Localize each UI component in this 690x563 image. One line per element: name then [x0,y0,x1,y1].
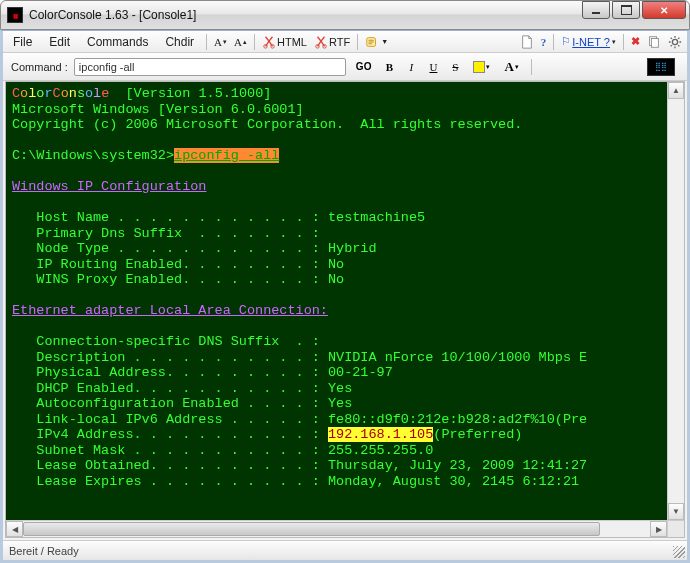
prompt-path: C:\Windows\system32> [12,148,174,163]
scroll-left-arrow[interactable]: ◀ [6,521,23,537]
maximize-button[interactable] [612,1,640,19]
console-line: Lease Obtained. . . . . . . . . . : [12,458,328,473]
console-line: Copyright (c) 2006 Microsoft Corporation… [12,117,522,132]
export-html-button[interactable]: HTML [259,33,310,51]
copy-icon [647,35,661,49]
menu-commands[interactable]: Commands [79,33,156,51]
scroll-down-arrow[interactable]: ▼ [668,503,684,520]
separator [254,34,255,50]
menu-file[interactable]: File [5,33,40,51]
console-line: Subnet Mask . . . . . . . . . . . : [12,443,328,458]
console-line: IPv4 Address. . . . . . . . . . . : [12,427,328,442]
value: fe80::d9f0:212e:b928:ad2f%10(Pre [328,412,587,427]
console-line: Physical Address. . . . . . . . . : [12,365,328,380]
copy-button[interactable] [644,33,664,51]
commandbar: Command : GO B I U S ▾ A▾ [3,53,687,81]
new-document-button[interactable] [517,33,537,51]
titlebar: ColorConsole 1.63 - [Console1] [0,0,690,30]
console-line: Autoconfiguration Enabled . . . . : [12,396,328,411]
fill-icon [473,61,485,73]
go-button[interactable]: GO [352,58,376,76]
value: testmachine5 [328,210,425,225]
separator [206,34,207,50]
html-label: HTML [277,36,307,48]
export-rtf-button[interactable]: RTF [311,33,353,51]
separator [357,34,358,50]
svg-rect-6 [651,38,658,47]
console-line: Lease Expires . . . . . . . . . . : [12,474,328,489]
console-output[interactable]: ColorConsole [Version 1.5.1000] Microsof… [6,82,684,537]
menu-chdir[interactable]: Chdir [157,33,202,51]
keyboard-button[interactable] [643,58,679,76]
value: No [328,272,344,287]
gear-icon [668,35,682,49]
console-line: DHCP Enabled. . . . . . . . . . . : [12,381,328,396]
section-header: Windows IP Configuration [12,179,206,194]
command-input[interactable] [74,58,346,76]
strikethrough-button[interactable]: S [447,58,463,76]
chevron-down-icon: ▾ [612,38,616,46]
value: Hybrid [328,241,377,256]
console-line: IP Routing Enabled. . . . . . . . : [12,257,328,272]
separator [623,34,624,50]
scroll-track[interactable] [668,99,684,503]
statusbar: Bereit / Ready [3,540,687,560]
console-line: Description . . . . . . . . . . . : [12,350,328,365]
keyboard-icon [647,58,675,76]
value: Thursday, July 23, 2009 12:41:27 [328,458,587,473]
scroll-track[interactable] [23,521,650,537]
value: Yes [328,381,352,396]
font-increase-button[interactable]: A▴ [231,34,250,50]
value: 255.255.255.0 [328,443,433,458]
value: Monday, August 30, 2145 6:12:21 [328,474,579,489]
scroll-thumb[interactable] [23,522,600,536]
bold-button[interactable]: B [381,58,397,76]
settings-button[interactable] [665,33,685,51]
scroll-up-arrow[interactable]: ▲ [668,82,684,99]
console-line: Host Name . . . . . . . . . . . . : [12,210,328,225]
value: No [328,257,344,272]
console-line: Connection-specific DNS Suffix . : [12,334,320,349]
separator [531,59,532,75]
document-icon [520,35,534,49]
menubar: File Edit Commands Chdir A▾ A▴ HTML RTF … [3,31,687,53]
font-decrease-button[interactable]: A▾ [211,34,230,50]
chevron-down-icon: ▾ [515,63,519,71]
underline-button[interactable]: U [425,58,441,76]
svg-point-7 [672,39,677,44]
console-wrap: ColorConsole [Version 1.5.1000] Microsof… [5,81,685,538]
console-line: Link-local IPv6 Address . . . . . : [12,412,328,427]
status-text: Bereit / Ready [9,545,79,557]
highlight-color-button[interactable]: ▾ [469,58,494,76]
value: Yes [328,396,352,411]
inet-label: I-NET ? [572,36,610,48]
value: (Preferred) [433,427,522,442]
horizontal-scrollbar[interactable]: ◀ ▶ [6,520,667,537]
minimize-button[interactable] [582,1,610,19]
menu-edit[interactable]: Edit [41,33,78,51]
delete-button[interactable]: ✖ [628,33,643,50]
chevron-down-icon: ▼ [381,38,388,45]
app-icon [7,7,23,23]
value: NVIDIA nForce 10/100/1000 Mbps E [328,350,587,365]
vertical-scrollbar[interactable]: ▲ ▼ [667,82,684,520]
close-button[interactable] [642,1,686,19]
script-button[interactable]: ▼ [362,33,391,51]
value: 00-21-97 [328,365,393,380]
scissors-icon [262,35,276,49]
rtf-label: RTF [329,36,350,48]
italic-button[interactable]: I [403,58,419,76]
resize-grip[interactable] [673,546,685,558]
help-button[interactable]: ? [538,34,550,50]
scissors-icon [314,35,328,49]
prompt-command: ipconfig -all [174,148,279,163]
console-line: Microsoft Windows [Version 6.0.6001] [12,102,304,117]
scroll-right-arrow[interactable]: ▶ [650,521,667,537]
font-color-button[interactable]: A▾ [500,58,522,76]
command-label: Command : [11,61,68,73]
banner-version: [Version 1.5.1000] [126,86,272,101]
chevron-down-icon: ▾ [486,63,490,71]
console-line: WINS Proxy Enabled. . . . . . . . : [12,272,328,287]
inet-button[interactable]: ⚐ I-NET ? ▾ [558,33,619,50]
console-line: Node Type . . . . . . . . . . . . : [12,241,328,256]
